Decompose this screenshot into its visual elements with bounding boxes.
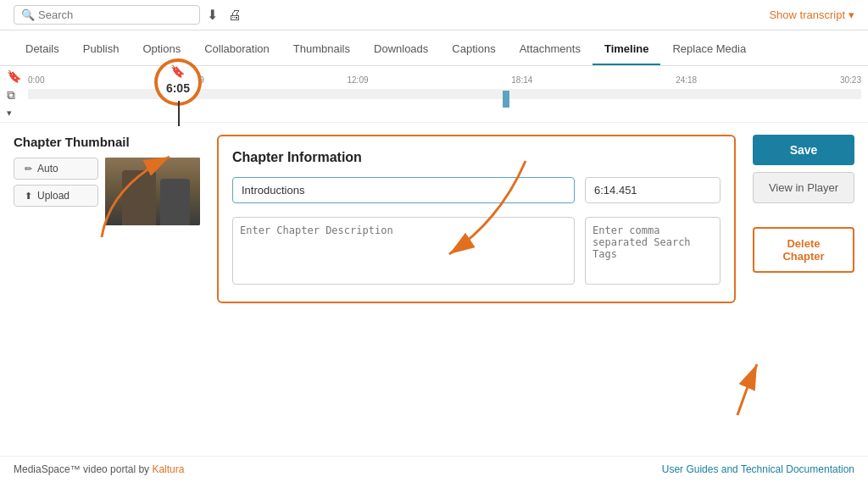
bookmark-icon[interactable]: 🔖	[7, 69, 21, 83]
chapter-title-field	[232, 177, 575, 203]
action-buttons: Save View in Player Delete Chapter	[753, 135, 854, 273]
show-transcript-button[interactable]: Show transcript ▾	[769, 8, 854, 21]
chapter-desc-textarea[interactable]	[232, 217, 575, 285]
timeline-area: 🔖 ⧉ ▾ 0:00 6:09 12:09 18:14 24:18 30:23 …	[0, 66, 868, 123]
auto-button[interactable]: ✏ Auto	[14, 158, 98, 180]
chapter-desc-field	[232, 217, 575, 288]
chapter-thumbnail-title: Chapter Thumbnail	[14, 135, 200, 149]
footer-left: MediaSpace™ video portal by Kaltura	[14, 463, 184, 475]
chapter-thumbnail-section: Chapter Thumbnail ✏ Auto ⬆ Upload	[14, 135, 200, 225]
playhead-bookmark-icon: 🔖	[170, 64, 185, 78]
tab-attachments[interactable]: Attachments	[508, 34, 593, 65]
top-bar: 🔍 ⬇ 🖨 Show transcript ▾	[0, 0, 868, 30]
download-icon[interactable]: ⬇	[207, 7, 218, 23]
save-button[interactable]: Save	[753, 135, 854, 165]
chapter-info-row	[232, 177, 721, 203]
delete-chapter-button[interactable]: Delete Chapter	[753, 227, 854, 273]
search-area: 🔍 ⬇ 🖨	[14, 5, 242, 25]
tab-publish[interactable]: Publish	[71, 34, 131, 65]
pencil-icon: ✏	[25, 163, 32, 175]
upload-icon: ⬆	[25, 191, 32, 202]
chapter-marker[interactable]	[503, 91, 509, 108]
kaltura-link[interactable]: Kaltura	[152, 463, 184, 475]
upload-button[interactable]: ⬆ Upload	[14, 185, 98, 207]
footer: MediaSpace™ video portal by Kaltura User…	[0, 456, 868, 482]
timeline-side-icons: 🔖 ⧉ ▾	[7, 69, 21, 119]
footer-right-link[interactable]: User Guides and Technical Documentation	[662, 463, 854, 475]
view-in-player-button[interactable]: View in Player	[753, 172, 854, 203]
chapter-info-box: Chapter Information	[217, 135, 736, 303]
top-bar-icons: ⬇ 🖨	[207, 7, 242, 23]
video-thumbnail	[105, 158, 200, 225]
playhead-line	[178, 101, 180, 126]
playhead-circle: 🔖 6:05	[156, 60, 200, 104]
chapter-time-field	[585, 177, 721, 203]
chapter-name-input[interactable]	[232, 177, 575, 203]
chapter-time-input[interactable]	[585, 177, 721, 203]
thumbnail-buttons: ✏ Auto ⬆ Upload	[14, 158, 98, 207]
tab-captions[interactable]: Captions	[440, 34, 507, 65]
tab-collaboration[interactable]: Collaboration	[192, 34, 281, 65]
thumbnail-image	[105, 158, 200, 225]
timeline-track[interactable]: 0:00 6:09 12:09 18:14 24:18 30:23 🔖 6:05	[28, 75, 861, 113]
tabs-bar: Details Publish Options Collaboration Th…	[0, 34, 868, 66]
chapter-info-bottom	[232, 210, 721, 288]
chapter-info-title: Chapter Information	[232, 150, 721, 165]
search-box[interactable]: 🔍	[14, 5, 200, 25]
copy-icon[interactable]: ⧉	[7, 88, 21, 102]
chevron-down-icon: ▾	[849, 8, 854, 21]
chapter-tags-field	[585, 217, 721, 288]
tab-thumbnails[interactable]: Thumbnails	[281, 34, 362, 65]
tab-replace-media[interactable]: Replace Media	[660, 34, 758, 65]
chapter-tags-input[interactable]	[585, 217, 721, 285]
timeline-markers: 0:00 6:09 12:09 18:14 24:18 30:23	[28, 75, 861, 85]
tab-downloads[interactable]: Downloads	[362, 34, 440, 65]
timeline-playhead: 🔖 6:05	[178, 75, 222, 119]
tab-details[interactable]: Details	[14, 34, 71, 65]
tab-timeline[interactable]: Timeline	[593, 34, 661, 65]
search-input[interactable]	[38, 8, 191, 21]
main-content: Chapter Thumbnail ✏ Auto ⬆ Upload Chapte…	[0, 123, 868, 315]
timeline-ruler[interactable]	[28, 89, 861, 99]
more-icon[interactable]: ▾	[7, 108, 21, 119]
print-icon[interactable]: 🖨	[228, 8, 242, 23]
search-icon: 🔍	[21, 8, 35, 21]
